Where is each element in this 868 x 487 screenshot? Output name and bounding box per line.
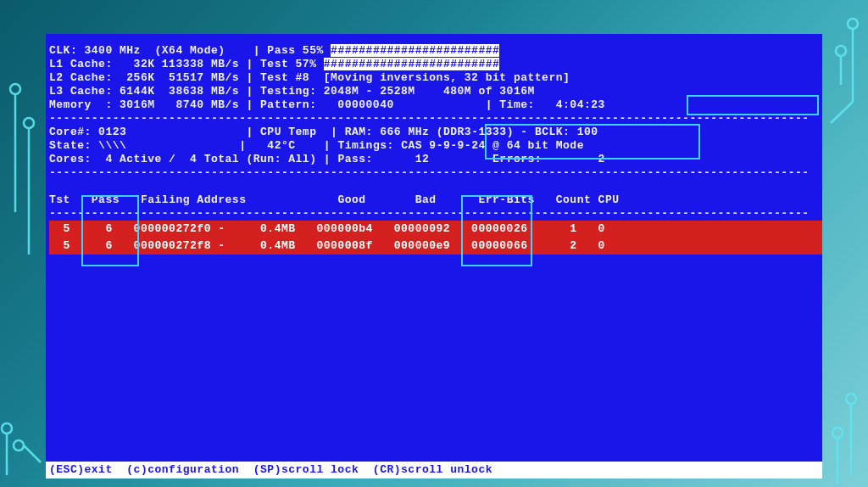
time-value: 4:04:23 — [556, 98, 605, 111]
divider-2: ----------------------------------------… — [49, 166, 822, 180]
pass-count-label: Pass: — [337, 153, 373, 165]
pattern: Pattern: 00000040 — [260, 98, 394, 111]
core-line: Core#: 0123 — [49, 126, 126, 138]
cputemp-label: CPU Temp — [260, 126, 316, 138]
ram-label: RAM: 666 — [345, 126, 401, 138]
pass-percent: Pass 55% — [267, 44, 323, 57]
test-number: Test #8 [Moving inversions, 32 bit patte… — [260, 71, 570, 84]
svg-line-10 — [24, 445, 41, 462]
timings: CAS 9-9-9-24 @ 64 — [401, 139, 520, 152]
cputemp: 42°C — [267, 139, 295, 152]
run-all: (Run: All) — [246, 153, 316, 165]
mem-line: Memory : 3016M 8740 MB/s — [49, 98, 239, 111]
test-percent: Test 57% — [260, 58, 316, 70]
bclk: BCLK: 100 — [535, 126, 598, 138]
error-row: 5 6 000000272f8 - 0.4MB 0000008f 000000e… — [49, 238, 822, 255]
svg-point-3 — [836, 46, 846, 56]
l2-line: L2 Cache: 256K 51517 MB/s — [49, 71, 239, 84]
svg-point-11 — [2, 423, 12, 434]
divider-1: ----------------------------------------… — [49, 112, 822, 126]
blank-row — [49, 180, 822, 193]
errors-count: 2 — [598, 153, 605, 165]
errors-label: Errors: — [492, 153, 542, 165]
bitmode: bit Mode — [528, 139, 584, 152]
svg-point-15 — [832, 428, 843, 438]
footer-bar: (ESC)exit (c)configuration (SP)scroll lo… — [46, 462, 822, 479]
clk-line: CLK: 3400 MHz (X64 Mode) — [49, 44, 225, 57]
time-label: Time: — [499, 98, 535, 111]
pass-bar: ######################## — [331, 44, 499, 57]
column-headers: Tst Pass Failing Address Good Bad Err-Bi… — [49, 193, 822, 207]
svg-point-5 — [10, 84, 20, 94]
memtest-screen: CLK: 3400 MHz (X64 Mode) | Pass 55% ####… — [46, 34, 822, 479]
error-row: 5 6 000000272f0 - 0.4MB 000000b4 0000009… — [49, 221, 822, 238]
state-line: State: \\\\ — [49, 139, 126, 152]
svg-point-7 — [24, 118, 34, 128]
test-bar: ######################### — [324, 58, 500, 70]
l3-line: L3 Cache: 6144K 38638 MB/s — [49, 85, 239, 98]
svg-point-0 — [848, 19, 858, 29]
l1-line: L1 Cache: 32K 113338 MB/s — [49, 58, 239, 70]
cores-line: Cores: 4 Active / 4 Total — [49, 153, 239, 165]
pass-count: 12 — [415, 153, 430, 165]
svg-line-2 — [831, 102, 853, 123]
svg-point-13 — [846, 394, 856, 404]
divider-3: ----------------------------------------… — [49, 207, 822, 221]
ram-mhz: MHz (DDR3-1333) - — [408, 126, 527, 138]
timings-label: Timings: — [337, 139, 393, 152]
svg-point-9 — [14, 440, 24, 451]
testing-range: Testing: 2048M - 2528M 480M of 3016M — [260, 85, 535, 98]
